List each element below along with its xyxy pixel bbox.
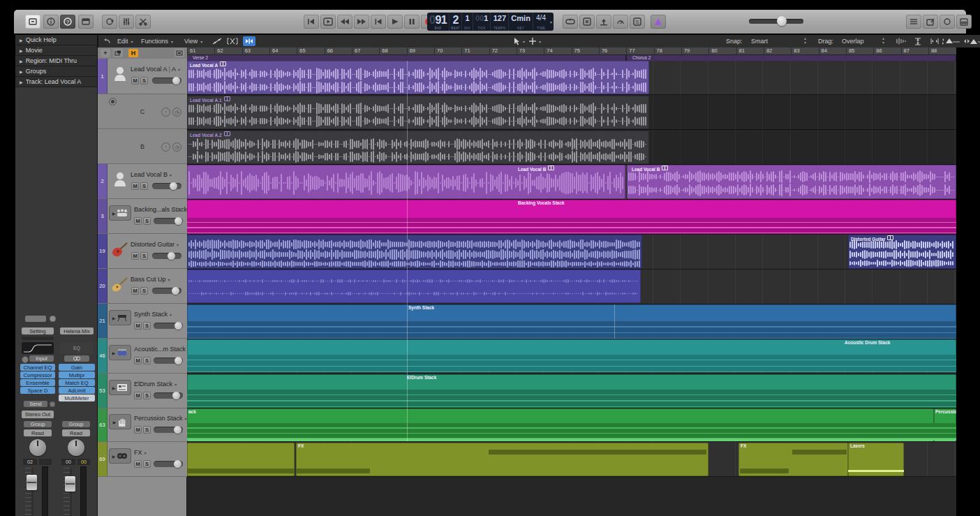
horizontal-fit-icon[interactable] bbox=[928, 36, 941, 46]
mute-button[interactable]: M bbox=[134, 217, 142, 225]
horizontal-zoom-slider[interactable] bbox=[963, 35, 980, 47]
right-fader-track[interactable] bbox=[70, 468, 72, 516]
master-volume-knob[interactable] bbox=[777, 16, 787, 26]
solo-button[interactable]: S bbox=[143, 322, 151, 330]
view-menu[interactable]: View bbox=[184, 35, 202, 47]
right-strip-slot-2[interactable]: Match EQ bbox=[59, 379, 95, 386]
library-icon[interactable] bbox=[25, 15, 40, 29]
solo-mode-icon[interactable]: S bbox=[630, 15, 645, 29]
region-percussion-stack-2[interactable]: Percussion Sta bbox=[934, 408, 956, 441]
right-strip-format-button[interactable] bbox=[64, 355, 89, 362]
list-editors-icon[interactable] bbox=[906, 15, 921, 29]
region-take-1[interactable]: Lead Vocal A.1 bbox=[187, 96, 649, 129]
right-strip-volume-value[interactable]: 00 bbox=[61, 459, 75, 465]
forward-button[interactable] bbox=[354, 15, 369, 29]
track-volume-slider[interactable] bbox=[154, 392, 183, 399]
track-volume-slider[interactable] bbox=[152, 78, 181, 84]
quick-help-icon[interactable]: ? bbox=[60, 15, 75, 29]
solo-button[interactable]: S bbox=[140, 252, 148, 260]
mute-button[interactable]: M bbox=[131, 287, 139, 295]
solo-button[interactable]: S bbox=[140, 182, 148, 190]
mute-button[interactable]: M bbox=[131, 77, 139, 84]
track-name[interactable]: Synth Stack bbox=[134, 311, 172, 318]
left-strip-output-button[interactable]: Stereo Out bbox=[22, 411, 54, 418]
track-row-lead-vocal-b[interactable]: 2 Lead Vocal B MS bbox=[98, 164, 187, 199]
track-name[interactable]: Lead Vocal B bbox=[131, 171, 172, 178]
browsers-icon[interactable] bbox=[956, 15, 972, 29]
duplicate-track-button[interactable] bbox=[113, 49, 123, 57]
track-name[interactable]: Bass Cut Up bbox=[131, 276, 170, 283]
track-name[interactable]: ElDrum Stack bbox=[134, 381, 177, 388]
right-strip-slot-0[interactable]: Gain bbox=[59, 364, 95, 371]
region-acoustic-drum-stack[interactable]: Acoustic Drum Stack bbox=[187, 339, 956, 372]
info-icon[interactable] bbox=[43, 15, 59, 29]
track-row-eldrum-stack[interactable]: 53 ElDrum Stack MS bbox=[98, 374, 187, 408]
snap-stepper[interactable] bbox=[804, 35, 811, 47]
catch-playhead-icon[interactable] bbox=[243, 36, 255, 46]
mute-button[interactable]: M bbox=[134, 357, 142, 364]
left-strip-eq-thumbnail[interactable] bbox=[22, 342, 54, 354]
track-volume-slider[interactable] bbox=[154, 323, 183, 329]
take-select-radio[interactable] bbox=[109, 98, 117, 105]
right-strip-slot-4[interactable]: MultiMeter bbox=[59, 395, 95, 401]
play-from-selection-button[interactable] bbox=[320, 15, 336, 29]
track-volume-slider[interactable] bbox=[154, 218, 183, 224]
master-triangle-icon[interactable] bbox=[651, 15, 666, 29]
marker-chorus-2[interactable]: Chorus 2 bbox=[627, 55, 956, 61]
right-strip-automation-button[interactable]: Read bbox=[62, 429, 90, 436]
track-volume-slider[interactable] bbox=[152, 253, 181, 259]
toolbar-toggle-icon[interactable] bbox=[78, 15, 94, 29]
mute-button[interactable]: M bbox=[134, 460, 142, 468]
region-distorted-guitar-2[interactable]: Distorted Guitar bbox=[848, 235, 956, 269]
solo-button[interactable]: S bbox=[143, 426, 151, 434]
lcd-chevron-icon[interactable]: ▾ bbox=[549, 13, 554, 31]
region-synth-stack[interactable]: Synth Stack bbox=[187, 304, 956, 339]
cycle-mode-icon[interactable] bbox=[102, 15, 117, 29]
take-clock-icon[interactable]: ◷ bbox=[172, 108, 181, 117]
edit-menu[interactable]: Edit bbox=[117, 35, 133, 47]
track-volume-slider[interactable] bbox=[154, 461, 183, 467]
track-name[interactable]: Distorted Guitar bbox=[131, 241, 179, 248]
left-strip-pan-knob[interactable] bbox=[29, 439, 46, 456]
cycle-icon[interactable] bbox=[563, 15, 578, 29]
left-strip-format-icon[interactable] bbox=[22, 356, 29, 363]
take-promote-icon[interactable]: ↑ bbox=[161, 108, 170, 117]
functions-menu[interactable]: Functions bbox=[141, 35, 173, 47]
track-name[interactable]: Percussion Stack bbox=[134, 415, 187, 422]
track-name[interactable]: FX bbox=[134, 449, 147, 456]
inspector-quick-help[interactable]: Quick Help bbox=[15, 35, 97, 45]
inspector-groups[interactable]: Groups bbox=[15, 66, 97, 77]
inspector-region[interactable]: Region: MIDI Thru bbox=[15, 56, 97, 66]
mute-button[interactable]: M bbox=[134, 392, 142, 399]
region-lead-vocal-b-1[interactable]: Lead Vocal B bbox=[187, 165, 625, 199]
play-button[interactable] bbox=[387, 15, 403, 29]
go-to-beginning-button[interactable] bbox=[304, 15, 319, 29]
add-track-button[interactable]: + bbox=[101, 49, 110, 57]
left-strip-slot-0[interactable]: Channel EQ bbox=[20, 364, 55, 371]
region-percussion-stack-1[interactable]: ack bbox=[187, 408, 934, 441]
track-row-fx[interactable]: 69 FX MS bbox=[98, 442, 187, 477]
solo-button[interactable]: S bbox=[140, 77, 148, 84]
track-name[interactable]: Lead Vocal A | A bbox=[131, 66, 180, 73]
mute-button[interactable]: M bbox=[134, 322, 142, 330]
region-fx-1[interactable]: FX bbox=[296, 443, 708, 476]
region-fx-0[interactable] bbox=[187, 443, 295, 476]
mute-button[interactable]: M bbox=[134, 426, 142, 434]
region-lead-vocal-b-2[interactable]: Lead Vocal B bbox=[627, 165, 956, 199]
region-lead-vocal-a[interactable]: Lead Vocal A bbox=[187, 61, 649, 94]
ruler[interactable]: 6162636465666768697071727374757677787980… bbox=[187, 47, 956, 55]
solo-button[interactable]: S bbox=[143, 460, 151, 468]
pointer-tool[interactable] bbox=[514, 35, 525, 47]
left-strip-slot-2[interactable]: Ensemble bbox=[20, 379, 55, 386]
take-promote-icon[interactable]: ↑ bbox=[161, 142, 170, 152]
flex-icon[interactable] bbox=[226, 36, 239, 46]
hide-tracks-button[interactable]: H bbox=[128, 49, 138, 57]
take-lane-b[interactable]: B ↑ ◷ bbox=[98, 129, 187, 164]
region-distorted-guitar-1[interactable] bbox=[187, 235, 642, 269]
skip-cycle-icon[interactable] bbox=[579, 15, 595, 29]
lcd-display[interactable]: 0 91 BAR 2 BEAT 1 DIV 00 1 TICK 127 TEMP… bbox=[427, 13, 554, 31]
track-volume-slider[interactable] bbox=[152, 288, 181, 294]
snap-menu[interactable]: Smart bbox=[751, 35, 770, 47]
apple-loops-icon[interactable] bbox=[940, 15, 955, 29]
note-pads-icon[interactable] bbox=[923, 15, 938, 29]
